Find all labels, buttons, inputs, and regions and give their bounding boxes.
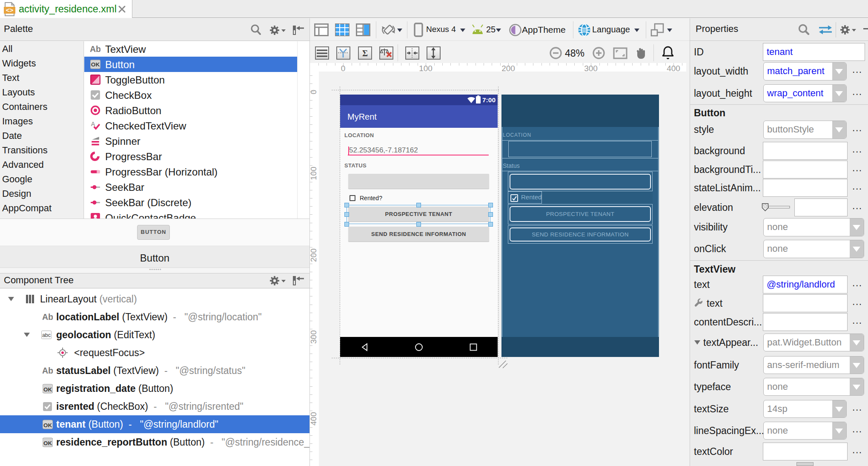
svg-text:Ab: Ab <box>43 312 53 322</box>
svg-text:OK: OK <box>43 386 52 393</box>
svg-text:OK: OK <box>43 440 52 446</box>
svg-text:OK: OK <box>91 61 100 68</box>
svg-text:<>: <> <box>6 6 14 14</box>
svg-text:Σ: Σ <box>362 49 368 58</box>
svg-text:OK: OK <box>43 422 52 429</box>
svg-text:abc: abc <box>42 332 51 338</box>
svg-text:Ab: Ab <box>43 366 53 375</box>
svg-text:Ab: Ab <box>90 44 100 54</box>
